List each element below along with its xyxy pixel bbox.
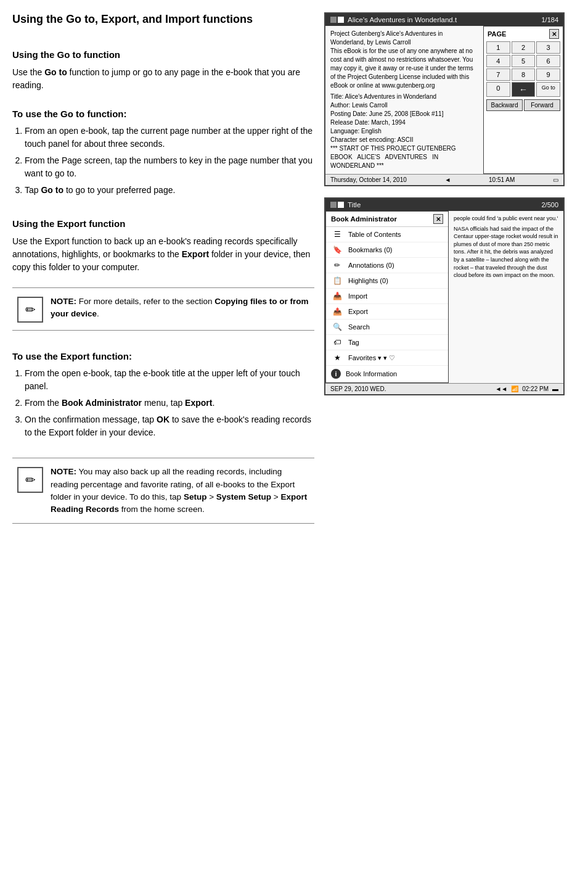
section2-body: Use the Export function to back up an e-… — [12, 235, 314, 274]
menu-header-label: Book Administrator — [331, 215, 397, 223]
page-cell-4[interactable]: 4 — [486, 55, 510, 67]
goto-step-2: From the Page screen, tap the numbers to… — [25, 154, 314, 180]
screen2-header: Title 2/500 — [325, 199, 563, 211]
screen2-page-num: 2/500 — [541, 201, 558, 208]
screen2-title: Title — [348, 201, 537, 208]
menu-item-bookinfo-label: Book Information — [346, 370, 397, 377]
menu-item-search-label: Search — [348, 323, 370, 331]
book-admin-menu: Book Administrator ✕ ☰ Table of Contents… — [325, 211, 449, 383]
footer-icons: ◄◄ 📶 02:22 PM ▬ — [495, 386, 558, 392]
menu-item-favorites[interactable]: ★ Favorites ▾ ▾ ♡ — [326, 350, 448, 366]
menu-item-tag[interactable]: 🏷 Tag — [326, 335, 448, 350]
screen2-body: Book Administrator ✕ ☰ Table of Contents… — [325, 211, 563, 383]
note-icon-1: ✏ — [17, 297, 43, 323]
page-cell-2[interactable]: 2 — [512, 41, 536, 54]
note-text-1: NOTE: For more details, refer to the sec… — [51, 295, 309, 321]
backspace-button[interactable]: ← — [512, 82, 536, 97]
screen1-title: Alice's Adventures in Wonderland.t — [348, 16, 537, 23]
goto-steps: From an open e-book, tap the current pag… — [12, 125, 314, 200]
wifi-icon: 📶 — [511, 386, 518, 392]
menu-item-bookinfo[interactable]: i Book Information — [326, 366, 448, 382]
screen1-footer: Thursday, October 14, 2010 ◄ 10:51 AM ▭ — [325, 174, 563, 185]
menu-item-annotations[interactable]: ✏ Annotations (0) — [326, 258, 448, 273]
screen1-footer-arrow: ◄ — [444, 176, 451, 183]
left-column: Using the Go to, Export, and Import func… — [12, 12, 314, 875]
menu-item-export-label: Export — [348, 308, 368, 315]
forward-button[interactable]: Forward — [524, 99, 560, 111]
page-cell-7[interactable]: 7 — [486, 68, 510, 81]
menu-item-import-label: Import — [348, 292, 367, 300]
menu-item-import[interactable]: 📥 Import — [326, 289, 448, 304]
screen1-header: Alice's Adventures in Wonderland.t 1/184 — [325, 14, 563, 26]
export-step-2: From the Book Administrator menu, tap Ex… — [25, 397, 314, 410]
ereader-screen1: Alice's Adventures in Wonderland.t 1/184… — [324, 12, 565, 186]
close-button[interactable]: ✕ — [549, 29, 559, 39]
page-label: PAGE — [488, 30, 506, 38]
subsection1-title: To use the Go to function: — [12, 108, 314, 120]
section1-body: Use the Go to function to jump or go to … — [12, 66, 314, 92]
backward-button[interactable]: Backward — [486, 99, 523, 111]
highlights-icon: 📋 — [331, 276, 343, 285]
note-text-2: NOTE: You may also back up all the readi… — [51, 466, 309, 516]
right-column: Alice's Adventures in Wonderland.t 1/184… — [324, 12, 576, 875]
info-icon: i — [331, 369, 341, 379]
page-cell-6[interactable]: 6 — [536, 55, 560, 67]
screen1-footer-date: Thursday, October 14, 2010 — [330, 176, 407, 183]
screen1-book-text: Project Gutenberg's Alice's Adventures i… — [325, 26, 483, 174]
note-box-1: ✏ NOTE: For more details, refer to the s… — [12, 287, 314, 331]
export-icon: 📤 — [331, 307, 343, 316]
ereader-logo-icon — [330, 17, 344, 23]
goto-step-3: Tap Go to to go to your preferred page. — [25, 184, 314, 197]
menu-item-annotations-label: Annotations (0) — [348, 262, 394, 269]
menu-item-favorites-label: Favorites ▾ ▾ ♡ — [348, 354, 395, 362]
battery-icon: ▬ — [552, 386, 558, 392]
screen2-footer-date: SEP 29, 2010 WED. — [330, 386, 386, 392]
screen1-footer-time: 10:51 AM — [489, 176, 515, 183]
menu-item-bookmarks-label: Bookmarks (0) — [348, 246, 393, 254]
menu-close-button[interactable]: ✕ — [433, 214, 443, 224]
page-cell-3[interactable]: 3 — [536, 41, 560, 54]
menu-item-export[interactable]: 📤 Export — [326, 304, 448, 320]
page-cell-0[interactable]: 0 — [486, 82, 510, 97]
goto-bold: Go to — [44, 67, 67, 77]
export-step-1: From the open e-book, tap the e-book tit… — [25, 367, 314, 393]
page-cell-8[interactable]: 8 — [512, 68, 536, 81]
menu-header: Book Administrator ✕ — [326, 212, 448, 227]
menu-item-highlights-label: Highlights (0) — [348, 277, 388, 284]
note-box-2: ✏ NOTE: You may also back up all the rea… — [12, 458, 314, 524]
note-icon-2: ✏ — [17, 467, 43, 493]
content-body-text: NASA officials had said the impact of th… — [454, 225, 558, 279]
section2-title: Using the Export function — [12, 218, 314, 230]
export-steps: From the open e-book, tap the e-book tit… — [12, 367, 314, 443]
page-popup-header: PAGE ✕ — [486, 29, 560, 39]
search-icon: 🔍 — [331, 323, 343, 331]
screen2-footer: SEP 29, 2010 WED. ◄◄ 📶 02:22 PM ▬ — [325, 383, 563, 394]
menu-item-toc[interactable]: ☰ Table of Contents — [326, 227, 448, 242]
menu-item-tag-label: Tag — [348, 339, 359, 346]
sound-icon: ◄◄ — [495, 386, 507, 392]
page-cell-1[interactable]: 1 — [486, 41, 510, 54]
goto-step-1: From an open e-book, tap the current pag… — [25, 125, 314, 151]
ereader2-logo-icon — [330, 202, 344, 208]
page-cell-5[interactable]: 5 — [512, 55, 536, 67]
screen2-content-text: people could find 'a public event near y… — [449, 211, 563, 383]
content-preview-text: people could find 'a public event near y… — [454, 215, 558, 223]
subsection2-title: To use the Export function: — [12, 350, 314, 363]
ereader-screen2: Title 2/500 Book Administrator ✕ ☰ Table… — [324, 197, 565, 395]
screen2-footer-time: 02:22 PM — [522, 386, 549, 392]
menu-item-highlights[interactable]: 📋 Highlights (0) — [326, 273, 448, 289]
tag-icon: 🏷 — [331, 338, 343, 347]
list-icon: ☰ — [331, 230, 343, 239]
goto-grid-button[interactable]: Go to — [536, 82, 560, 97]
favorites-icon: ★ — [331, 353, 343, 362]
screen1-body: Project Gutenberg's Alice's Adventures i… — [325, 26, 563, 174]
annotations-icon: ✏ — [331, 261, 343, 270]
section1-title: Using the Go to function — [12, 49, 314, 61]
menu-item-bookmarks[interactable]: 🔖 Bookmarks (0) — [326, 242, 448, 258]
main-title: Using the Go to, Export, and Import func… — [12, 12, 314, 27]
nav-buttons: Backward Forward — [486, 99, 560, 111]
page-cell-9[interactable]: 9 — [536, 68, 560, 81]
export-step-3: On the confirmation message, tap OK to s… — [25, 413, 314, 439]
page-popup: PAGE ✕ 1 2 3 4 5 6 7 8 9 0 ← — [483, 26, 563, 174]
menu-item-search[interactable]: 🔍 Search — [326, 320, 448, 335]
